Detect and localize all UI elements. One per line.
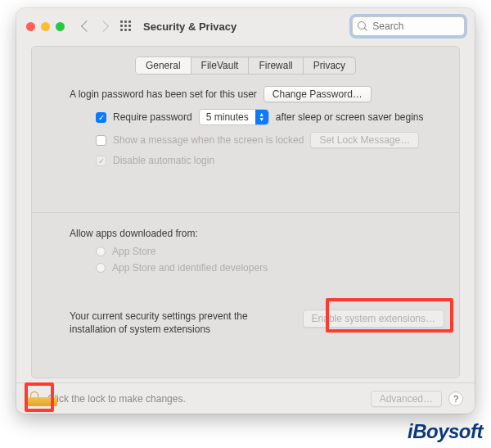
preferences-window: Security & Privacy General FileVault Fir… (16, 8, 475, 414)
radio-app-store-label: App Store (112, 246, 155, 257)
enable-system-extensions-button[interactable]: Enable system extensions… (303, 310, 444, 328)
login-password-note: A login password has been set for this u… (70, 88, 257, 100)
radio-app-store-dev (96, 263, 106, 273)
footer: Click the lock to make changes. Advanced… (16, 382, 475, 414)
gatekeeper-heading: Allow apps downloaded from: (70, 228, 198, 239)
require-password-delay-value: 5 minutes (200, 111, 255, 123)
show-message-label: Show a message when the screen is locked (113, 134, 304, 146)
tab-general[interactable]: General (136, 57, 191, 74)
help-button[interactable]: ? (448, 391, 463, 406)
set-lock-message-button: Set Lock Message… (310, 132, 419, 148)
after-sleep-label: after sleep or screen saver begins (276, 111, 424, 123)
minimize-icon[interactable] (41, 22, 50, 31)
tab-privacy[interactable]: Privacy (304, 57, 355, 74)
tab-bar: General FileVault Firewall Privacy (47, 57, 444, 75)
lock-icon[interactable] (28, 391, 41, 406)
chevron-up-down-icon: ▲▼ (255, 110, 268, 124)
nav-buttons (83, 20, 132, 32)
forward-icon (97, 20, 109, 32)
content-well: General FileVault Firewall Privacy A log… (31, 46, 460, 378)
disable-auto-login-checkbox: ✓ (96, 156, 106, 166)
extensions-note: Your current security settings prevent t… (70, 310, 258, 336)
divider (32, 212, 459, 213)
titlebar: Security & Privacy (16, 8, 475, 44)
tab-filevault[interactable]: FileVault (191, 57, 250, 74)
advanced-button[interactable]: Advanced… (371, 391, 442, 407)
traffic-lights (26, 22, 65, 31)
require-password-label: Require password (113, 111, 192, 123)
require-password-checkbox[interactable]: ✓ (96, 112, 106, 123)
radio-app-store-dev-label: App Store and identified developers (112, 262, 268, 274)
back-icon[interactable] (81, 20, 92, 32)
search-input[interactable] (371, 20, 459, 33)
page-title: Security & Privacy (143, 20, 236, 33)
disable-auto-login-label: Disable automatic login (113, 155, 214, 166)
show-all-icon[interactable] (120, 20, 132, 32)
lock-note: Click the lock to make changes. (47, 393, 186, 405)
search-icon (358, 21, 366, 31)
tab-firewall[interactable]: Firewall (249, 57, 303, 74)
change-password-button[interactable]: Change Password… (264, 86, 372, 102)
close-icon[interactable] (26, 22, 35, 31)
radio-app-store (96, 247, 106, 256)
zoom-icon[interactable] (56, 22, 65, 31)
search-field[interactable] (352, 16, 465, 36)
require-password-delay-select[interactable]: 5 minutes ▲▼ (199, 109, 269, 125)
watermark: iBoysoft (408, 420, 483, 443)
show-message-checkbox (96, 135, 106, 146)
